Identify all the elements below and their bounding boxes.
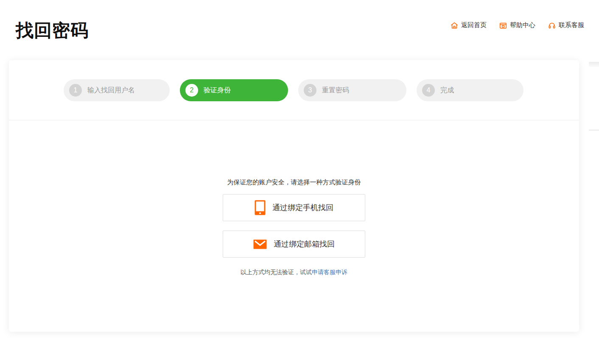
return-home-link[interactable]: 返回首页 xyxy=(451,21,487,29)
method-label: 通过绑定手机找回 xyxy=(272,203,333,213)
step-verify-identity: 2 验证身份 xyxy=(180,79,288,101)
mail-icon xyxy=(253,239,267,249)
step-complete: 4 完成 xyxy=(417,79,523,101)
step-label: 输入找回用户名 xyxy=(87,86,135,95)
password-recovery-card: 1 输入找回用户名 2 验证身份 3 重置密码 4 完成 为保证您的账户安全，请… xyxy=(9,60,579,332)
page-title: 找回密码 xyxy=(16,19,89,42)
appeal-link[interactable]: 申请客服申诉 xyxy=(312,269,347,275)
headset-icon xyxy=(548,22,556,29)
verify-prompt: 为保证您的账户安全，请选择一种方式验证身份 xyxy=(9,178,579,186)
verify-by-phone-button[interactable]: 通过绑定手机找回 xyxy=(223,194,365,221)
verify-by-email-button[interactable]: 通过绑定邮箱找回 xyxy=(223,231,365,258)
progress-stepper: 1 输入找回用户名 2 验证身份 3 重置密码 4 完成 xyxy=(64,79,523,101)
step-label: 重置密码 xyxy=(322,86,349,95)
verify-area: 为保证您的账户安全，请选择一种方式验证身份 通过绑定手机找回 通过绑定邮箱找回 xyxy=(9,178,579,276)
card-divider xyxy=(9,120,579,120)
phone-icon xyxy=(255,200,266,215)
help-center-icon xyxy=(499,22,507,29)
right-edge-divider-fragment xyxy=(589,130,599,131)
home-icon xyxy=(451,22,458,29)
top-link-label: 联系客服 xyxy=(559,21,584,29)
appeal-row: 以上方式均无法验证，试试申请客服申诉 xyxy=(9,269,579,276)
step-number-badge: 4 xyxy=(422,84,435,97)
top-links-nav: 返回首页 帮助中心 联系客服 xyxy=(451,21,584,29)
step-number-badge: 3 xyxy=(304,84,316,97)
step-number-badge: 2 xyxy=(185,84,198,97)
step-enter-username: 1 输入找回用户名 xyxy=(64,79,170,101)
help-center-link[interactable]: 帮助中心 xyxy=(499,21,535,29)
top-link-label: 帮助中心 xyxy=(510,21,535,29)
appeal-prefix-text: 以上方式均无法验证，试试 xyxy=(241,269,312,275)
right-edge-fragment xyxy=(589,62,599,67)
step-number-badge: 1 xyxy=(69,84,82,97)
step-label: 验证身份 xyxy=(204,86,231,95)
contact-support-link[interactable]: 联系客服 xyxy=(548,21,584,29)
top-link-label: 返回首页 xyxy=(461,21,487,29)
method-label: 通过绑定邮箱找回 xyxy=(274,239,335,249)
step-label: 完成 xyxy=(440,86,454,95)
step-reset-password: 3 重置密码 xyxy=(298,79,406,101)
